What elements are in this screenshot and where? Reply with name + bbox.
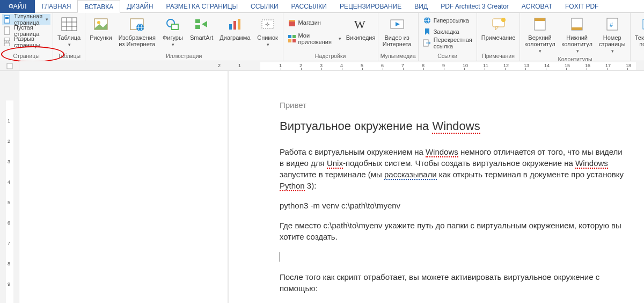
svg-rect-22 — [229, 24, 232, 30]
tab-acrobat[interactable]: ACROBAT — [515, 0, 559, 13]
page-break-button[interactable]: Разрыв страницы — [2, 37, 50, 47]
svg-rect-28 — [289, 20, 295, 21]
footer-label: Нижний колонтитул — [561, 34, 592, 47]
text-box-button[interactable]: A Текстовое поле ▾ — [633, 14, 644, 49]
my-apps-icon — [288, 34, 296, 43]
store-button[interactable]: Магазин — [286, 17, 344, 28]
title-part: Виртуальное окружение на — [280, 119, 432, 133]
hyperlink-button[interactable]: Гиперссылка — [421, 15, 474, 26]
page: Привет Виртуальное окружение на Windows … — [229, 71, 644, 303]
online-video-button[interactable]: Видео из Интернета — [380, 14, 414, 48]
ruler-horizontal[interactable]: 21123456789101112131415161718 — [19, 61, 644, 70]
store-label: Магазин — [298, 19, 321, 26]
my-apps-label: Мои приложения — [298, 32, 336, 45]
footer-button[interactable]: Нижний колонтитул ▾ — [560, 14, 595, 55]
chart-button[interactable]: Диаграмма — [217, 14, 252, 42]
cover-page-button[interactable]: Титульная страница▾ — [2, 14, 50, 25]
screenshot-button[interactable]: ✛ Снимок▾ — [255, 14, 281, 49]
group-pages-label: Страницы — [2, 52, 50, 61]
wikipedia-icon: W — [353, 15, 368, 33]
smartart-button[interactable]: SmartArt — [188, 14, 215, 42]
wikipedia-button[interactable]: W Википедия — [346, 14, 375, 42]
ruler-row: 21123456789101112131415161718 — [0, 61, 644, 71]
group-tables-label: Таблицы — [55, 52, 83, 61]
video-icon — [390, 15, 405, 33]
ruler-corner-icon — [6, 63, 13, 69]
tab-review[interactable]: РЕЦЕНЗИРОВАНИЕ — [333, 0, 408, 13]
chevron-down-icon: ▾ — [172, 42, 174, 47]
table-button[interactable]: Таблица▾ — [55, 14, 83, 49]
page-break-icon — [3, 38, 12, 46]
ribbon: Титульная страница▾ Пустая страница Разр… — [0, 13, 644, 61]
chevron-down-icon: ▾ — [68, 42, 71, 47]
text-box-label: Текстовое поле — [635, 34, 644, 47]
bookmark-button[interactable]: Закладка — [421, 26, 474, 37]
shapes-label: Фигуры — [163, 34, 183, 41]
svg-rect-20 — [195, 25, 200, 29]
svg-rect-24 — [238, 19, 240, 30]
comment-label: Примечание — [481, 34, 516, 41]
tab-home[interactable]: ГЛАВНАЯ — [35, 0, 77, 13]
online-pictures-button[interactable]: Изображения из Интернета — [116, 14, 158, 48]
chart-icon — [228, 15, 243, 33]
ruler-vertical[interactable]: 12345678910 — [0, 71, 19, 303]
svg-rect-2 — [4, 27, 10, 34]
shapes-button[interactable]: Фигуры▾ — [160, 14, 186, 49]
svg-rect-23 — [233, 21, 236, 30]
svg-rect-19 — [195, 19, 200, 23]
menu-tabstrip: ФАЙЛ ГЛАВНАЯ ВСТАВКА ДИЗАЙН РАЗМЕТКА СТР… — [0, 0, 644, 13]
group-illustrations-label: Иллюстрации — [87, 52, 280, 61]
my-apps-button[interactable]: Мои приложения ▾ — [286, 33, 344, 44]
chevron-down-icon: ▾ — [611, 48, 614, 54]
code-line-1: python3 -m venv c:\path\to\myenv — [280, 201, 628, 210]
svg-point-43 — [501, 18, 506, 22]
hyperlink-icon — [423, 16, 431, 25]
text-box-icon: A — [641, 15, 644, 33]
title-underlined: Windows — [432, 119, 480, 134]
document-canvas[interactable]: Привет Виртуальное окружение на Windows … — [19, 71, 644, 303]
cross-reference-label: Перекрестная ссылка — [434, 37, 472, 49]
bookmark-icon — [423, 27, 431, 36]
tab-insert[interactable]: ВСТАВКА — [77, 0, 120, 13]
svg-rect-31 — [288, 39, 291, 42]
tab-mailings[interactable]: РАССЫЛКИ — [285, 0, 333, 13]
cover-page-icon — [3, 15, 12, 24]
blank-page-button[interactable]: Пустая страница — [2, 25, 50, 36]
screenshot-label: Снимок — [257, 34, 278, 41]
group-text-label — [633, 52, 644, 61]
tab-references[interactable]: ССЫЛКИ — [244, 0, 284, 13]
svg-rect-54 — [7, 63, 12, 69]
chevron-down-icon: ▾ — [576, 48, 579, 54]
page-title: Виртуальное окружение на Windows — [280, 119, 628, 133]
blank-page-icon — [3, 26, 12, 35]
paragraph-3: После того как скрипт отработает, вы мож… — [280, 271, 628, 294]
cross-reference-button[interactable]: Перекрестная ссылка — [421, 38, 474, 48]
header-label: Верхний колонтитул — [524, 34, 555, 47]
tab-foxit[interactable]: FOXIT PDF — [559, 0, 605, 13]
online-pictures-label: Изображения из Интернета — [119, 34, 156, 47]
chevron-down-icon: ▾ — [339, 36, 341, 41]
svg-rect-27 — [289, 21, 295, 26]
tab-view[interactable]: ВИД — [408, 0, 434, 13]
greeting-text: Привет — [280, 100, 628, 110]
tab-file[interactable]: ФАЙЛ — [0, 0, 35, 13]
hyperlink-label: Гиперссылка — [434, 17, 469, 24]
svg-text:#: # — [610, 21, 613, 28]
screenshot-icon: ✛ — [260, 15, 275, 33]
chart-label: Диаграмма — [219, 34, 250, 41]
tab-design[interactable]: ДИЗАЙН — [120, 0, 159, 13]
pictures-button[interactable]: Рисунки — [87, 14, 114, 42]
svg-rect-1 — [5, 17, 9, 19]
svg-rect-18 — [172, 24, 178, 30]
svg-rect-6 — [62, 18, 77, 31]
tab-pdfarchitect[interactable]: PDF Architect 3 Creator — [434, 0, 515, 13]
pictures-label: Рисунки — [90, 34, 112, 41]
text-cursor — [280, 252, 628, 262]
tab-layout[interactable]: РАЗМЕТКА СТРАНИЦЫ — [160, 0, 245, 13]
page-number-button[interactable]: # Номер страницы ▾ — [597, 14, 628, 55]
online-video-label: Видео из Интернета — [383, 34, 412, 47]
comment-button[interactable]: Примечание — [479, 14, 518, 42]
ruler-corner[interactable] — [0, 61, 19, 70]
header-button[interactable]: Верхний колонтитул ▾ — [522, 14, 557, 55]
svg-rect-45 — [535, 18, 545, 21]
